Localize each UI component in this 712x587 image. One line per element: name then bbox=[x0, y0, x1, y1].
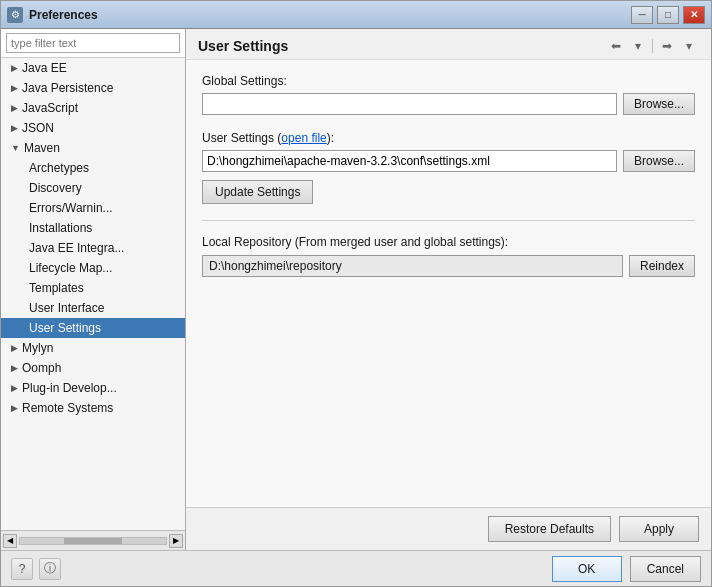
maximize-button[interactable]: □ bbox=[657, 6, 679, 24]
scroll-track[interactable] bbox=[19, 537, 167, 545]
panel-footer: Restore Defaults Apply bbox=[186, 507, 711, 550]
cancel-button[interactable]: Cancel bbox=[630, 556, 701, 582]
restore-defaults-button[interactable]: Restore Defaults bbox=[488, 516, 611, 542]
panel-header: User Settings ⬅ ▾ ➡ ▾ bbox=[186, 29, 711, 60]
right-panel: User Settings ⬅ ▾ ➡ ▾ bbox=[186, 29, 711, 550]
sidebar-item-label: Java EE Integra... bbox=[29, 241, 124, 255]
sidebar-item-label: Oomph bbox=[22, 361, 61, 375]
sidebar-item-label: JavaScript bbox=[22, 101, 78, 115]
sidebar-item-plugin-development[interactable]: ▶ Plug-in Develop... bbox=[1, 378, 185, 398]
user-settings-label-text: User Settings ( bbox=[202, 131, 281, 145]
expand-arrow: ▶ bbox=[11, 343, 18, 353]
sidebar-item-java-ee[interactable]: ▶ Java EE bbox=[1, 58, 185, 78]
scroll-right-btn[interactable]: ▶ bbox=[169, 534, 183, 548]
filter-input[interactable] bbox=[6, 33, 180, 53]
sidebar-item-discovery[interactable]: Discovery bbox=[1, 178, 185, 198]
user-browse-button[interactable]: Browse... bbox=[623, 150, 695, 172]
expand-arrow: ▶ bbox=[11, 63, 18, 73]
filter-box bbox=[1, 29, 185, 58]
bottom-right-buttons: OK Cancel bbox=[552, 556, 701, 582]
sidebar-item-java-persistence[interactable]: ▶ Java Persistence bbox=[1, 78, 185, 98]
forward-icon[interactable]: ➡ bbox=[657, 37, 677, 55]
user-settings-label: User Settings (open file): bbox=[202, 131, 695, 145]
global-settings-input-row: Browse... bbox=[202, 93, 695, 115]
sidebar-item-label: User Interface bbox=[29, 301, 104, 315]
local-repo-section: Local Repository (From merged user and g… bbox=[202, 235, 695, 277]
user-settings-input-row: Browse... bbox=[202, 150, 695, 172]
expand-arrow: ▶ bbox=[11, 123, 18, 133]
sidebar-item-label: Discovery bbox=[29, 181, 82, 195]
sidebar-item-json[interactable]: ▶ JSON bbox=[1, 118, 185, 138]
minimize-button[interactable]: ─ bbox=[631, 6, 653, 24]
tree-area[interactable]: ▶ Java EE ▶ Java Persistence ▶ JavaScrip… bbox=[1, 58, 185, 530]
user-settings-input[interactable] bbox=[202, 150, 617, 172]
local-repo-path: D:\hongzhimei\repository bbox=[202, 255, 623, 277]
sidebar-item-label: Templates bbox=[29, 281, 84, 295]
expand-arrow: ▶ bbox=[11, 83, 18, 93]
sidebar-item-label: Plug-in Develop... bbox=[22, 381, 117, 395]
sidebar-item-archetypes[interactable]: Archetypes bbox=[1, 158, 185, 178]
sidebar-item-label: JSON bbox=[22, 121, 54, 135]
ok-button[interactable]: OK bbox=[552, 556, 622, 582]
scroll-left-btn[interactable]: ◀ bbox=[3, 534, 17, 548]
sidebar-item-maven[interactable]: ▼ Maven bbox=[1, 138, 185, 158]
sidebar-item-user-settings[interactable]: User Settings bbox=[1, 318, 185, 338]
title-bar: ⚙ Preferences ─ □ ✕ bbox=[1, 1, 711, 29]
update-settings-button[interactable]: Update Settings bbox=[202, 180, 313, 204]
sidebar-item-oomph[interactable]: ▶ Oomph bbox=[1, 358, 185, 378]
info-button[interactable]: ⓘ bbox=[39, 558, 61, 580]
sidebar-item-java-ee-integration[interactable]: Java EE Integra... bbox=[1, 238, 185, 258]
back-arrow-icon: ⬅ bbox=[611, 39, 621, 53]
sidebar-item-label: Archetypes bbox=[29, 161, 89, 175]
sidebar-item-errors-warnings[interactable]: Errors/Warnin... bbox=[1, 198, 185, 218]
global-settings-input[interactable] bbox=[202, 93, 617, 115]
toolbar-icons: ⬅ ▾ ➡ ▾ bbox=[606, 37, 699, 55]
sidebar-item-label: Java EE bbox=[22, 61, 67, 75]
panel-title: User Settings bbox=[198, 38, 288, 54]
forward-arrow-icon: ➡ bbox=[662, 39, 672, 53]
panel-body: Global Settings: Browse... User Settings… bbox=[186, 60, 711, 507]
sidebar-item-label: User Settings bbox=[29, 321, 101, 335]
main-content: ▶ Java EE ▶ Java Persistence ▶ JavaScrip… bbox=[1, 29, 711, 550]
sidebar-item-label: Installations bbox=[29, 221, 92, 235]
forward-dropdown-icon[interactable]: ▾ bbox=[679, 37, 699, 55]
sidebar-item-label: Lifecycle Map... bbox=[29, 261, 112, 275]
scroll-thumb bbox=[64, 538, 122, 544]
help-button[interactable]: ? bbox=[11, 558, 33, 580]
close-button[interactable]: ✕ bbox=[683, 6, 705, 24]
apply-button[interactable]: Apply bbox=[619, 516, 699, 542]
user-settings-label-end: ): bbox=[327, 131, 334, 145]
user-settings-section: User Settings (open file): Browse... Upd… bbox=[202, 131, 695, 204]
bottom-left-icons: ? ⓘ bbox=[11, 558, 61, 580]
expand-arrow: ▶ bbox=[11, 363, 18, 373]
window-title: Preferences bbox=[29, 8, 631, 22]
separator bbox=[202, 220, 695, 221]
sidebar-item-javascript[interactable]: ▶ JavaScript bbox=[1, 98, 185, 118]
sidebar-item-remote-systems[interactable]: ▶ Remote Systems bbox=[1, 398, 185, 418]
expand-arrow: ▶ bbox=[11, 103, 18, 113]
open-file-link[interactable]: open file bbox=[281, 131, 326, 145]
sidebar-item-mylyn[interactable]: ▶ Mylyn bbox=[1, 338, 185, 358]
sidebar-scrollbar[interactable]: ◀ ▶ bbox=[1, 530, 185, 550]
sidebar-item-user-interface[interactable]: User Interface bbox=[1, 298, 185, 318]
reindex-button[interactable]: Reindex bbox=[629, 255, 695, 277]
sidebar-item-lifecycle-mapping[interactable]: Lifecycle Map... bbox=[1, 258, 185, 278]
preferences-window: ⚙ Preferences ─ □ ✕ ▶ Java EE ▶ bbox=[0, 0, 712, 587]
back-dropdown-icon[interactable]: ▾ bbox=[628, 37, 648, 55]
sidebar-item-label: Java Persistence bbox=[22, 81, 113, 95]
sidebar-item-templates[interactable]: Templates bbox=[1, 278, 185, 298]
sidebar-item-label: Remote Systems bbox=[22, 401, 113, 415]
back-icon[interactable]: ⬅ bbox=[606, 37, 626, 55]
global-browse-button[interactable]: Browse... bbox=[623, 93, 695, 115]
sidebar-item-label: Mylyn bbox=[22, 341, 53, 355]
sidebar-item-label: Maven bbox=[24, 141, 60, 155]
sidebar-item-installations[interactable]: Installations bbox=[1, 218, 185, 238]
global-settings-label: Global Settings: bbox=[202, 74, 695, 88]
bottom-bar: ? ⓘ OK Cancel bbox=[1, 550, 711, 586]
expand-arrow: ▶ bbox=[11, 383, 18, 393]
expand-arrow: ▼ bbox=[11, 143, 20, 153]
back-dropdown-arrow: ▾ bbox=[635, 39, 641, 53]
sidebar: ▶ Java EE ▶ Java Persistence ▶ JavaScrip… bbox=[1, 29, 186, 550]
title-bar-buttons: ─ □ ✕ bbox=[631, 6, 705, 24]
toolbar-separator bbox=[652, 39, 653, 53]
